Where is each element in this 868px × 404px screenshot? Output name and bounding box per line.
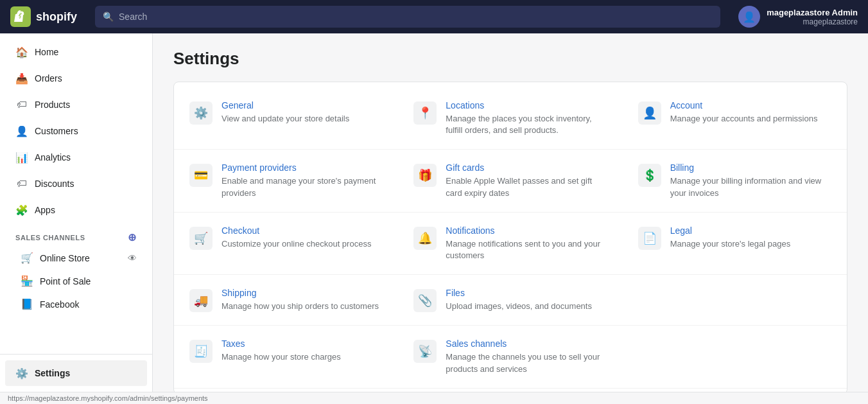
- settings-item-gift-cards[interactable]: 🎁 Gift cards Enable Apple Wallet passes …: [398, 150, 622, 212]
- sidebar-item-point-of-sale[interactable]: 🏪 Point of Sale: [5, 270, 147, 292]
- user-name: mageplazastore Admin: [767, 8, 858, 17]
- settings-item-notifications[interactable]: 🔔 Notifications Manage notifications sen…: [398, 213, 622, 275]
- settings-item-account[interactable]: 👤 Account Manage your accounts and permi…: [623, 87, 847, 150]
- notifications-desc: Manage notifications sent to you and you…: [446, 238, 607, 261]
- products-icon: 🏷: [15, 98, 28, 111]
- sidebar-item-orders[interactable]: 📥 Orders: [5, 66, 147, 91]
- settings-item-billing[interactable]: 💲 Billing Manage your billing informatio…: [623, 150, 847, 212]
- taxes-desc: Manage how your store charges: [221, 351, 341, 363]
- general-icon: ⚙️: [189, 101, 213, 125]
- point-of-sale-icon: 🏪: [21, 275, 33, 287]
- logo[interactable]: shopify: [10, 6, 77, 27]
- settings-item-files[interactable]: 📎 Files Upload images, videos, and docum…: [398, 275, 622, 326]
- sidebar-item-apps[interactable]: 🧩 Apps: [5, 197, 147, 223]
- search-icon: 🔍: [103, 12, 114, 22]
- gift-cards-title: Gift cards: [446, 162, 607, 173]
- main-content: Settings ⚙️ General View and update your…: [153, 33, 868, 392]
- shipping-icon: 🚚: [189, 289, 213, 312]
- sidebar-item-label: Orders: [35, 73, 62, 83]
- channel-label: Online Store: [40, 253, 90, 263]
- general-desc: View and update your store details: [221, 113, 349, 125]
- shipping-title: Shipping: [221, 288, 379, 298]
- sales-channels-desc: Manage the channels you use to sell your…: [446, 351, 607, 374]
- channel-label: Point of Sale: [40, 276, 91, 286]
- user-store: mageplazastore: [767, 17, 858, 26]
- notifications-title: Notifications: [446, 225, 607, 236]
- gift-cards-desc: Enable Apple Wallet passes and set gift …: [446, 175, 607, 198]
- settings-label: Settings: [35, 368, 70, 378]
- user-area[interactable]: 👤 mageplazastore Admin mageplazastore: [738, 6, 858, 28]
- settings-item-shipping[interactable]: 🚚 Shipping Manage how you ship orders to…: [174, 275, 398, 326]
- apps-icon: 🧩: [15, 204, 28, 216]
- settings-item-sales-channels[interactable]: 📡 Sales channels Manage the channels you…: [398, 326, 622, 388]
- sales-channels-section: SALES CHANNELS ⊕: [0, 224, 152, 246]
- logo-text: shopify: [36, 10, 77, 24]
- empty-cell: [623, 275, 847, 326]
- sidebar-item-analytics[interactable]: 📊 Analytics: [5, 145, 147, 170]
- settings-item-checkout[interactable]: 🛒 Checkout Customize your online checkou…: [174, 213, 398, 275]
- settings-item-locations[interactable]: 📍 Locations Manage the places you stock …: [398, 87, 622, 150]
- sidebar-item-facebook[interactable]: 📘 Facebook: [5, 293, 147, 315]
- settings-item-taxes[interactable]: 🧾 Taxes Manage how your store charges: [174, 326, 398, 388]
- sidebar-item-customers[interactable]: 👤 Customers: [5, 118, 147, 144]
- files-desc: Upload images, videos, and documents: [446, 301, 592, 312]
- sales-channels-icon: 📡: [413, 340, 437, 363]
- billing-icon: 💲: [638, 164, 661, 187]
- home-icon: 🏠: [15, 46, 28, 58]
- settings-grid: ⚙️ General View and update your store de…: [174, 87, 847, 389]
- sidebar: 🏠 Home 📥 Orders 🏷 Products 👤 Customers 📊…: [0, 33, 153, 392]
- locations-icon: 📍: [413, 101, 437, 125]
- checkout-title: Checkout: [221, 225, 371, 236]
- checkout-desc: Customize your online checkout process: [221, 238, 371, 250]
- search-bar[interactable]: 🔍: [95, 6, 720, 28]
- sidebar-item-products[interactable]: 🏷 Products: [5, 92, 147, 118]
- sidebar-nav: 🏠 Home 📥 Orders 🏷 Products 👤 Customers 📊…: [0, 39, 152, 223]
- legal-desc: Manage your store's legal pages: [670, 238, 790, 250]
- user-info: mageplazastore Admin mageplazastore: [767, 8, 858, 26]
- status-bar: https://mageplazastore.myshopify.com/adm…: [0, 392, 868, 404]
- taxes-title: Taxes: [221, 338, 341, 349]
- files-icon: 📎: [413, 289, 437, 312]
- checkout-icon: 🛒: [189, 227, 213, 250]
- search-input[interactable]: [119, 12, 713, 22]
- taxes-icon: 🧾: [189, 340, 213, 363]
- sidebar-bottom: ⚙️ Settings: [0, 354, 152, 392]
- sidebar-item-discounts[interactable]: 🏷 Discounts: [5, 171, 147, 197]
- settings-item-payment-providers[interactable]: 💳 Payment providers Enable and manage yo…: [174, 150, 398, 212]
- notifications-icon: 🔔: [413, 227, 437, 250]
- account-icon: 👤: [638, 101, 661, 125]
- shipping-desc: Manage how you ship orders to customers: [221, 301, 379, 312]
- legal-title: Legal: [670, 225, 790, 236]
- settings-item-legal[interactable]: 📄 Legal Manage your store's legal pages: [623, 213, 847, 275]
- files-title: Files: [446, 288, 592, 298]
- avatar: 👤: [738, 6, 760, 28]
- billing-title: Billing: [670, 162, 831, 173]
- shopify-logo-icon: [10, 6, 31, 27]
- account-desc: Manage your accounts and permissions: [670, 113, 818, 125]
- settings-item-general[interactable]: ⚙️ General View and update your store de…: [174, 87, 398, 150]
- account-title: Account: [670, 100, 818, 110]
- sidebar-item-label: Apps: [35, 205, 55, 215]
- payment-providers-icon: 💳: [189, 164, 213, 187]
- sidebar-channels: 🛒 Online Store 👁 🏪 Point of Sale 📘 Faceb…: [0, 247, 152, 315]
- add-sales-channel-icon[interactable]: ⊕: [128, 231, 137, 243]
- analytics-icon: 📊: [15, 151, 28, 164]
- payment-providers-title: Payment providers: [221, 162, 383, 173]
- discounts-icon: 🏷: [15, 177, 28, 190]
- sidebar-item-label: Home: [35, 47, 58, 57]
- settings-card: ⚙️ General View and update your store de…: [173, 82, 847, 392]
- facebook-icon: 📘: [21, 298, 33, 310]
- billing-desc: Manage your billing information and view…: [670, 175, 831, 198]
- visibility-icon[interactable]: 👁: [128, 253, 137, 263]
- gift-cards-icon: 🎁: [413, 164, 437, 187]
- settings-icon: ⚙️: [15, 367, 28, 380]
- sidebar-item-home[interactable]: 🏠 Home: [5, 39, 147, 65]
- sidebar-item-settings[interactable]: ⚙️ Settings: [5, 360, 147, 386]
- sidebar-item-online-store[interactable]: 🛒 Online Store 👁: [5, 247, 147, 269]
- orders-icon: 📥: [15, 72, 28, 85]
- sales-channels-title: Sales channels: [446, 338, 607, 349]
- page-title: Settings: [173, 49, 847, 69]
- main-layout: 🏠 Home 📥 Orders 🏷 Products 👤 Customers 📊…: [0, 33, 868, 392]
- empty-cell: [623, 326, 847, 388]
- top-navigation: shopify 🔍 👤 mageplazastore Admin magepla…: [0, 0, 868, 33]
